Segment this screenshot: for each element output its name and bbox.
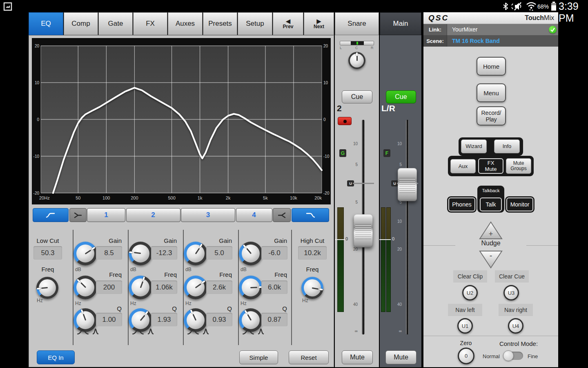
channel-mute-button[interactable]: Mute <box>342 350 373 364</box>
record-arm-button[interactable] <box>338 117 352 125</box>
band-select-band-3[interactable]: 3 <box>181 208 235 222</box>
band-2-gain-value[interactable]: -12.3 <box>151 246 177 260</box>
wizard-button[interactable]: Wizard <box>461 139 487 153</box>
band-number-label: 3 <box>206 211 210 219</box>
band-1-gain-value[interactable]: 8.5 <box>96 246 122 260</box>
nudge-down-button[interactable]: - <box>479 249 503 269</box>
main-mute-button[interactable]: Mute <box>385 350 416 364</box>
bell-wide-icon <box>131 328 145 335</box>
scene-row[interactable]: Scene: TM 16 Rock Band <box>423 35 558 47</box>
eq-in-button[interactable]: EQ In <box>37 350 75 364</box>
tab-gate[interactable]: Gate <box>98 12 133 35</box>
pan-slider[interactable] <box>340 41 374 45</box>
nav-left-button[interactable]: Nav left <box>448 304 482 316</box>
simple-label: Simple <box>249 354 268 361</box>
clear-cue-button[interactable]: Clear Cue <box>495 270 529 283</box>
pan-knob[interactable] <box>348 52 365 69</box>
talk-button[interactable]: Talk <box>480 197 502 211</box>
band-4-gain-knob[interactable] <box>239 242 263 265</box>
zero-button[interactable]: 0 <box>458 348 474 364</box>
fx-mute-button[interactable]: FXMute <box>478 158 503 174</box>
low-cut-freq-knob[interactable] <box>36 277 58 299</box>
band-2-gain-knob[interactable] <box>129 242 152 265</box>
tab-label: FX <box>146 20 155 28</box>
tab-next[interactable]: ▶Next <box>304 12 334 35</box>
tab-prev[interactable]: ◀Prev <box>273 12 303 35</box>
mute-groups-button[interactable]: MuteGroups <box>506 158 531 174</box>
band-1-freq-value[interactable]: 200 <box>96 280 122 294</box>
channel-meter-zero-tick <box>335 239 345 240</box>
tab-auxes[interactable]: Auxes <box>168 12 203 35</box>
tab-channel[interactable]: Snare <box>335 12 379 35</box>
record-play-button[interactable]: Record/Play <box>477 106 506 126</box>
band-select-band-2[interactable]: 2 <box>126 208 180 222</box>
knob-label: dB <box>75 267 81 272</box>
band-1-q-value[interactable]: 1.00 <box>96 313 122 326</box>
band-3-q-value[interactable]: 0.93 <box>206 313 232 326</box>
band-4-freq-knob[interactable] <box>239 276 263 299</box>
band-4-freq-value[interactable]: 6.0k <box>261 280 287 294</box>
main-cue-button[interactable]: Cue <box>386 90 416 103</box>
band-2-q-value[interactable]: 1.93 <box>151 313 177 326</box>
menu-button[interactable]: Menu <box>477 83 506 102</box>
clear-clip-button[interactable]: Clear Clip <box>453 270 487 283</box>
band-select-high-cut[interactable] <box>292 208 329 222</box>
monitor-button[interactable]: Monitor <box>506 197 533 211</box>
control-mode-toggle[interactable] <box>504 352 523 360</box>
tab-label: Setup <box>246 20 264 28</box>
user-button-u1[interactable]: U1 <box>457 318 473 334</box>
band-select-low-shelf[interactable] <box>69 208 87 222</box>
band-4-gain-value[interactable]: -6.0 <box>261 246 287 260</box>
aux-button[interactable]: Aux <box>450 159 476 173</box>
svg-text:-20: -20 <box>33 191 40 195</box>
nav-right-button[interactable]: Nav right <box>499 304 533 316</box>
band-select-band-1[interactable]: 1 <box>87 208 125 222</box>
eq-frequency-response-graph[interactable]: 2020101000-10-10-20-2020Hz501002005001k2… <box>32 38 331 204</box>
user-button-u2[interactable]: U2 <box>462 285 478 301</box>
band-3-freq-value[interactable]: 2.6k <box>206 280 232 294</box>
main-name: L/R <box>381 103 395 113</box>
band-2-freq-value[interactable]: 1.06k <box>151 280 177 294</box>
wizard-label: Wizard <box>466 144 482 149</box>
talkback-label: Talkback <box>477 188 504 193</box>
main-fader-cap[interactable] <box>398 168 417 201</box>
band-select-band-4[interactable]: 4 <box>236 208 272 222</box>
nudge-up-button[interactable]: + <box>479 221 503 240</box>
info-button[interactable]: Info <box>494 139 520 153</box>
channel-fader-cap[interactable] <box>354 214 373 247</box>
band-select-low-cut[interactable] <box>33 208 69 222</box>
tab-comp[interactable]: Comp <box>64 12 98 35</box>
high-cut-freq-knob[interactable] <box>301 277 323 299</box>
link-label: Link: <box>423 24 447 35</box>
band-3-freq-knob[interactable] <box>184 276 207 299</box>
main-cue-label: Cue <box>395 93 407 101</box>
high-shelf-icon <box>278 212 286 219</box>
tab-main[interactable]: Main <box>380 12 421 35</box>
user-button-u4[interactable]: U4 <box>508 318 523 334</box>
reset-button[interactable]: Reset <box>289 350 329 364</box>
band-4-q-value[interactable]: 0.87 <box>261 313 287 326</box>
tab-setup[interactable]: Setup <box>238 12 272 35</box>
main-fader-track[interactable] <box>406 120 409 334</box>
main-scale-label: 40 <box>391 302 402 307</box>
low-cut-freq-value[interactable]: 50.3 <box>33 246 62 260</box>
band-2-freq-knob[interactable] <box>129 276 152 299</box>
knob-label: Freq <box>35 266 60 273</box>
band-3-gain-value[interactable]: 5.0 <box>206 246 232 260</box>
tab-fx[interactable]: FX <box>133 12 167 35</box>
high-cut-freq-value[interactable]: 10.2k <box>298 246 327 260</box>
tab-eq[interactable]: EQ <box>29 12 63 35</box>
nudge-divider-right <box>526 245 558 246</box>
band-3-gain-knob[interactable] <box>184 242 207 265</box>
user-button-u3[interactable]: U3 <box>503 285 519 301</box>
channel-cue-button[interactable]: Cue <box>342 90 372 103</box>
band-1-freq-knob[interactable] <box>74 276 97 299</box>
simple-button[interactable]: Simple <box>239 350 278 364</box>
tab-presets[interactable]: Presets <box>203 12 237 35</box>
main-scale-label: 10 <box>391 141 402 146</box>
home-button[interactable]: Home <box>477 57 506 76</box>
battery-percent: 68% <box>537 3 549 10</box>
phones-button[interactable]: Phones <box>448 197 475 211</box>
band-select-high-shelf[interactable] <box>273 208 291 222</box>
band-1-gain-knob[interactable] <box>74 242 97 265</box>
